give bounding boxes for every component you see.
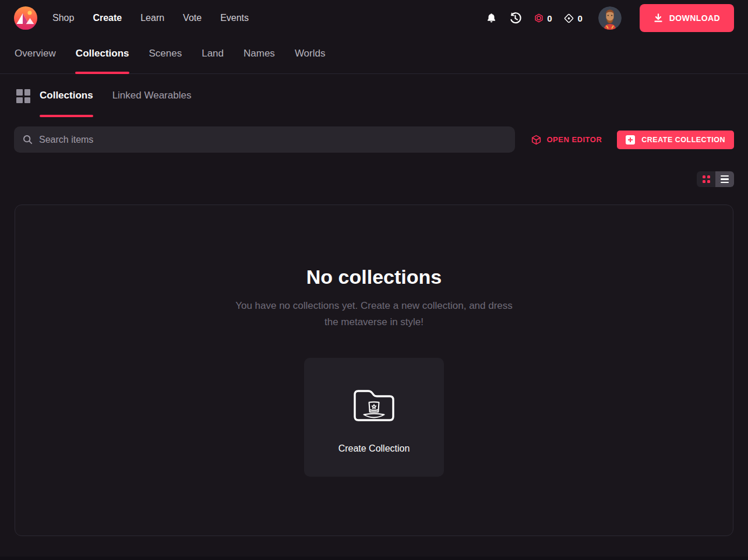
mana-eth-balance[interactable]: 0 (564, 13, 582, 23)
navbar-right: 0 0 (486, 4, 734, 32)
view-toggle (697, 171, 734, 187)
tab-names[interactable]: Names (243, 36, 276, 73)
view-toggle-row (0, 171, 748, 187)
search-input[interactable] (39, 135, 506, 145)
collections-subtabs: Collections Linked Wearables (40, 88, 191, 117)
search-bar[interactable] (14, 126, 515, 153)
empty-state: No collections You have no collections y… (15, 205, 733, 477)
create-collection-label: CREATE COLLECTION (641, 136, 725, 144)
create-collection-button[interactable]: CREATE COLLECTION (617, 131, 734, 149)
main-nav: Shop Create Learn Vote Events (52, 13, 249, 23)
open-editor-link[interactable]: OPEN EDITOR (531, 135, 602, 145)
toolbar: OPEN EDITOR CREATE COLLECTION (0, 126, 748, 153)
grid-view-icon (703, 175, 710, 183)
nav-item-events[interactable]: Events (220, 13, 249, 23)
user-avatar[interactable] (598, 6, 622, 30)
top-navbar: Shop Create Learn Vote Events (0, 0, 748, 36)
empty-state-description: You have no collections yet. Create a ne… (15, 298, 733, 330)
builder-page: Shop Create Learn Vote Events (0, 0, 748, 560)
mana-eth-icon (564, 13, 574, 23)
tab-land[interactable]: Land (201, 36, 224, 73)
create-collection-card-label: Create Collection (338, 443, 410, 454)
grid-icon (16, 89, 30, 103)
download-icon (654, 13, 663, 23)
empty-description-line1: You have no collections yet. Create a ne… (235, 300, 513, 311)
folder-hat-icon (351, 386, 397, 424)
tab-collections[interactable]: Collections (75, 36, 130, 73)
empty-state-title: No collections (15, 266, 733, 288)
mana-matic-value: 0 (547, 13, 552, 23)
list-view-icon (721, 175, 729, 183)
nav-item-learn[interactable]: Learn (140, 13, 164, 23)
decentraland-logo-icon[interactable] (14, 6, 37, 30)
open-editor-label: OPEN EDITOR (546, 135, 602, 144)
subtab-collections[interactable]: Collections (40, 88, 93, 117)
tab-worlds[interactable]: Worlds (294, 36, 326, 73)
empty-description-line2: the metaverse in style! (324, 316, 424, 327)
search-icon (23, 135, 33, 145)
tab-overview[interactable]: Overview (14, 36, 57, 73)
cube-icon (531, 135, 541, 145)
collections-subheader: Collections Linked Wearables (0, 88, 748, 121)
collections-panel: No collections You have no collections y… (15, 205, 733, 536)
create-collection-card[interactable]: Create Collection (304, 358, 444, 477)
nav-item-shop[interactable]: Shop (52, 13, 74, 23)
mana-eth-value: 0 (577, 13, 582, 23)
plus-icon (626, 135, 635, 145)
nav-item-create[interactable]: Create (93, 13, 122, 23)
mana-matic-icon (534, 13, 544, 23)
nav-item-vote[interactable]: Vote (183, 13, 202, 23)
download-button[interactable]: DOWNLOAD (640, 4, 734, 32)
bell-icon[interactable] (486, 13, 496, 23)
history-icon[interactable] (509, 12, 522, 25)
subtab-linked-wearables[interactable]: Linked Wearables (112, 88, 192, 117)
footer-strip (0, 557, 748, 560)
download-label: DOWNLOAD (669, 13, 720, 23)
tab-scenes[interactable]: Scenes (148, 36, 182, 73)
mana-matic-balance[interactable]: 0 (534, 13, 552, 23)
grid-view-button[interactable] (697, 171, 715, 187)
list-view-button[interactable] (715, 171, 734, 187)
builder-tabs: Overview Collections Scenes Land Names W… (0, 36, 748, 74)
